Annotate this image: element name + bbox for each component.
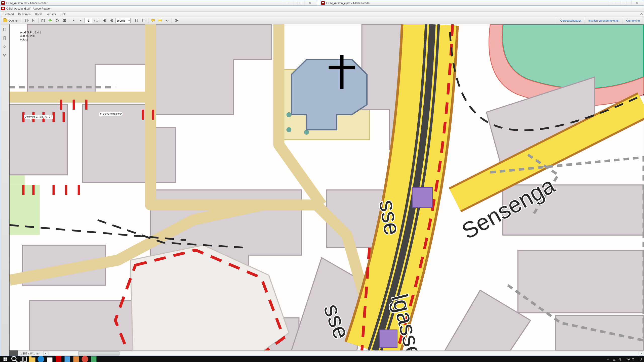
separator [132, 18, 132, 23]
titlebar-right[interactable]: OSM_Austria_c.pdf - Adobe Reader [320, 0, 644, 6]
svg-rect-34 [24, 357, 27, 361]
separator [172, 18, 172, 23]
map-place-label-line: Medizinische [25, 112, 122, 115]
cloud-button[interactable] [47, 18, 53, 24]
svg-rect-39 [56, 356, 61, 362]
titlebar[interactable]: OSM_Austria_d.pdf - Adobe Reader [0, 6, 644, 12]
pdf-file-icon [321, 1, 325, 5]
menu-help[interactable]: Help [58, 12, 69, 16]
taskbar-app-generic[interactable] [80, 356, 89, 362]
taskbar-app-reader[interactable] [54, 356, 63, 362]
folder-icon [4, 19, 7, 22]
svg-rect-36 [29, 356, 31, 358]
svg-rect-8 [56, 21, 58, 22]
taskbar-clock[interactable]: 14:52 [624, 357, 636, 361]
page-up-button[interactable] [70, 18, 77, 24]
maximize-button[interactable] [293, 1, 304, 6]
bookmarks-panel-icon[interactable] [2, 35, 7, 40]
start-button[interactable] [0, 356, 10, 362]
map-place-label: Medizinische Universität Wien [25, 112, 122, 118]
thumbnails-panel-icon[interactable] [2, 27, 7, 32]
scroll-right-button[interactable] [639, 351, 643, 356]
horizontal-scrollbar: 1.189 x 841 mm [18, 350, 644, 356]
taskbar-app-generic[interactable] [89, 356, 98, 362]
chevron-down-icon [128, 20, 130, 21]
document-close-button[interactable] [640, 12, 643, 16]
svg-rect-17 [10, 185, 40, 235]
title-text: OSM_Austria_c.pdf - Adobe Reader [326, 2, 609, 5]
fit-page-button[interactable] [140, 18, 147, 24]
save-button[interactable] [40, 18, 46, 24]
title-text: OSM_Austria.pdf - Adobe Reader [6, 2, 282, 5]
attachments-panel-icon[interactable] [2, 44, 7, 49]
taskbar-app-edge[interactable] [36, 356, 45, 362]
comment-panel-button[interactable]: Opmerking [623, 18, 643, 24]
fill-sign-panel-button[interactable]: Invullen en ondertekenen [585, 18, 623, 24]
svg-rect-41 [73, 356, 79, 362]
svg-rect-14 [159, 20, 162, 21]
svg-rect-29 [5, 357, 7, 359]
open-button[interactable]: Openen [1, 18, 21, 24]
separator [69, 18, 69, 23]
sign-button[interactable] [164, 18, 170, 24]
menu-venster[interactable]: Venster [44, 12, 58, 16]
svg-point-32 [12, 356, 16, 361]
close-button[interactable] [631, 1, 643, 6]
network-icon[interactable] [612, 357, 616, 361]
page-total: 1 [96, 19, 99, 22]
close-button[interactable] [304, 1, 316, 6]
task-view-icon[interactable] [19, 356, 28, 362]
taskbar-app-generic[interactable] [63, 356, 72, 362]
tools-panel-button[interactable]: Gereedschappen [557, 18, 584, 24]
export-pdf-button[interactable] [23, 18, 30, 24]
separator [22, 18, 22, 23]
taskbar-app-store[interactable] [45, 356, 54, 362]
comment-button[interactable] [150, 18, 156, 24]
navigation-rail [0, 24, 9, 356]
zoom-select[interactable]: 1600% [115, 18, 131, 23]
page-down-button[interactable] [77, 18, 84, 24]
open-button-label: Openen [9, 19, 18, 22]
menu-beeld[interactable]: Beeld [33, 12, 44, 16]
taskbar-app-generic[interactable] [72, 356, 80, 362]
svg-rect-40 [65, 356, 70, 362]
highlight-button[interactable] [157, 18, 163, 24]
taskbar-app-explorer[interactable] [28, 356, 36, 362]
workspace: ArcGIS Pro 1.4.1 300 dpi PDF output Medi… [0, 24, 644, 356]
menu-bestand[interactable]: Bestand [1, 12, 16, 16]
create-pdf-button[interactable] [30, 18, 37, 24]
hand-tool-button[interactable] [133, 18, 140, 24]
adobe-reader-window-front: OSM_Austria_d.pdf - Adobe Reader Bestand… [0, 6, 644, 356]
layers-panel-icon[interactable] [2, 53, 7, 58]
print-button[interactable] [54, 18, 60, 24]
maximize-button[interactable] [620, 1, 631, 6]
page-number-input[interactable] [84, 18, 93, 23]
svg-rect-31 [5, 359, 7, 361]
document-viewport[interactable]: ArcGIS Pro 1.4.1 300 dpi PDF output Medi… [9, 24, 644, 356]
chevron-up-icon[interactable] [606, 357, 610, 361]
menu-bewerken[interactable]: Bewerken [16, 12, 33, 16]
minimize-button[interactable] [609, 1, 620, 6]
svg-rect-13 [142, 19, 145, 22]
read-mode-button[interactable] [173, 18, 180, 24]
svg-rect-26 [412, 188, 432, 208]
svg-rect-0 [298, 2, 300, 4]
minimize-button[interactable] [282, 1, 293, 6]
svg-rect-2 [25, 19, 28, 22]
svg-rect-44 [639, 358, 641, 360]
svg-rect-7 [56, 19, 58, 20]
pdf-page: ArcGIS Pro 1.4.1 300 dpi PDF output Medi… [10, 24, 644, 350]
separator [100, 18, 100, 23]
notifications-icon[interactable] [638, 357, 642, 361]
zoom-in-button[interactable] [108, 18, 115, 24]
svg-point-24 [304, 130, 309, 135]
toolbar: Openen / 1 1600% Gereedschappe [0, 17, 644, 24]
windows-taskbar[interactable]: 14:52 [0, 356, 644, 362]
volume-icon[interactable] [618, 357, 622, 361]
email-button[interactable] [61, 18, 67, 24]
search-icon[interactable] [10, 356, 19, 362]
titlebar-back[interactable]: OSM_Austria.pdf - Adobe Reader [0, 0, 317, 6]
scrollbar-track[interactable] [49, 351, 638, 356]
zoom-out-button[interactable] [101, 18, 108, 24]
zoom-value: 1600% [116, 19, 125, 22]
